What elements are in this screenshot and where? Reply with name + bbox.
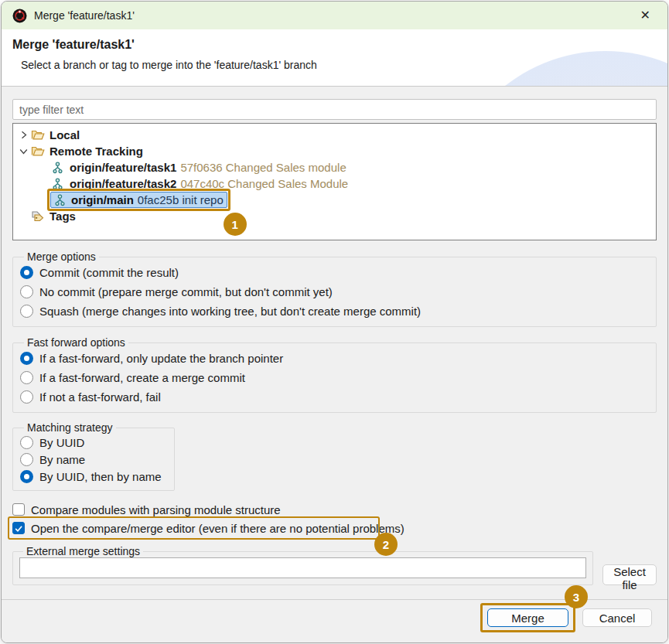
radio-ff-merge-commit[interactable]: If a fast-forward, create a merge commit <box>20 368 649 387</box>
radio-label: No commit (prepare merge commit, but don… <box>39 285 333 298</box>
radio-selected-icon[interactable] <box>20 352 33 365</box>
checkbox-unchecked-icon[interactable] <box>12 503 25 516</box>
branch-icon <box>50 178 65 190</box>
dialog-banner: Merge 'feature/task1' Select a branch or… <box>2 29 667 87</box>
fast-forward-options-group: Fast forward options If a fast-forward, … <box>12 336 657 413</box>
merge-options-group: Merge options Commit (commit the result)… <box>12 250 657 327</box>
checkbox-label: Open the compare/merge editor (even if t… <box>31 522 404 535</box>
external-merge-legend: External merge settings <box>23 545 143 557</box>
radio-label: By UUID, then by name <box>39 470 162 483</box>
radio-icon[interactable] <box>20 285 33 298</box>
matching-strategy-group: Matching strategy By UUID By name By UUI… <box>12 421 175 491</box>
chevron-down-icon[interactable] <box>17 148 30 155</box>
branch-name: origin/feature/task1 <box>70 161 176 174</box>
tree-row-branch-task2[interactable]: origin/feature/task2 047c40c Changed Sal… <box>13 175 656 192</box>
checkbox-open-compare-editor[interactable]: Open the compare/merge editor (even if t… <box>12 519 657 537</box>
annotation-badge-3: 3 <box>565 585 588 608</box>
tree-label: Remote Tracking <box>49 145 143 158</box>
checkbox-compare-modules[interactable]: Compare modules with parsing module stru… <box>12 500 657 519</box>
tree-label: Tags <box>49 210 76 223</box>
radio-commit[interactable]: Commit (commit the result) <box>20 263 649 282</box>
title-bar: Merge 'feature/task1' ✕ <box>2 2 667 29</box>
radio-icon[interactable] <box>20 453 33 466</box>
tree-row-tags[interactable]: Tags <box>13 208 656 224</box>
select-file-button[interactable]: Select file <box>602 564 657 585</box>
tree-row-branch-main[interactable]: origin/main 0fac25b init repo 1 <box>13 192 656 208</box>
window-title: Merge 'feature/task1' <box>34 9 634 22</box>
radio-label: Squash (merge changes into working tree,… <box>39 305 421 318</box>
radio-icon[interactable] <box>20 436 33 449</box>
radio-by-uuid-then-name[interactable]: By UUID, then by name <box>20 468 162 485</box>
folder-icon <box>30 145 45 157</box>
merge-options-legend: Merge options <box>24 250 99 263</box>
radio-label: By UUID <box>39 436 84 449</box>
radio-icon[interactable] <box>20 390 33 404</box>
radio-label: Commit (commit the result) <box>39 266 179 279</box>
branch-commit-info: 0fac25b init repo <box>138 193 224 206</box>
radio-selected-icon[interactable] <box>20 470 33 483</box>
merge-dialog: Merge 'feature/task1' ✕ Merge 'feature/t… <box>1 1 668 643</box>
radio-label: If not a fast-forward, fail <box>39 390 161 404</box>
radio-no-commit[interactable]: No commit (prepare merge commit, but don… <box>20 282 649 302</box>
selected-tree-item[interactable]: origin/main 0fac25b init repo 1 <box>50 192 227 208</box>
branch-icon <box>50 162 65 174</box>
radio-squash[interactable]: Squash (merge changes into working tree,… <box>20 302 649 321</box>
cancel-button[interactable]: Cancel <box>582 608 652 627</box>
radio-icon[interactable] <box>20 371 33 384</box>
radio-by-name[interactable]: By name <box>20 451 162 468</box>
tags-icon <box>30 210 45 222</box>
radio-selected-icon[interactable] <box>20 266 33 279</box>
checkbox-section: Compare modules with parsing module stru… <box>12 500 657 537</box>
tree-row-remote-tracking[interactable]: Remote Tracking <box>13 143 656 159</box>
chevron-right-icon[interactable] <box>17 131 30 139</box>
radio-ff-update-pointer[interactable]: If a fast-forward, only update the branc… <box>20 349 649 368</box>
tree-row-branch-task1[interactable]: origin/feature/task1 57f0636 Changed Sal… <box>13 159 656 175</box>
page-subtitle: Select a branch or tag to merge into the… <box>2 52 667 71</box>
radio-label: If a fast-forward, only update the branc… <box>39 352 283 365</box>
page-title: Merge 'feature/task1' <box>2 29 667 52</box>
merge-button[interactable]: Merge <box>487 608 568 627</box>
filter-input[interactable] <box>12 99 657 120</box>
close-icon[interactable]: ✕ <box>634 8 657 23</box>
dialog-content: Local Remote Tracking <box>2 87 667 585</box>
branch-commit-info: 047c40c Changed Sales Module <box>180 177 348 190</box>
button-bar: Merge 3 Cancel <box>2 599 667 642</box>
folder-icon <box>30 129 45 141</box>
radio-label: If a fast-forward, create a merge commit <box>39 371 245 384</box>
merge-button-wrapper: Merge 3 <box>487 608 568 627</box>
branch-tree: Local Remote Tracking <box>12 123 657 240</box>
radio-label: By name <box>39 453 85 466</box>
branch-icon <box>53 194 67 206</box>
radio-by-uuid[interactable]: By UUID <box>20 434 162 451</box>
radio-ff-fail[interactable]: If not a fast-forward, fail <box>20 387 649 407</box>
tree-row-local[interactable]: Local <box>13 127 656 143</box>
checkbox-label: Compare modules with parsing module stru… <box>31 503 281 516</box>
fast-forward-legend: Fast forward options <box>24 336 128 349</box>
external-merge-input[interactable] <box>19 557 586 578</box>
git-app-icon <box>12 9 27 23</box>
radio-icon[interactable] <box>20 305 33 318</box>
matching-strategy-legend: Matching strategy <box>24 421 116 434</box>
external-merge-group: External merge settings <box>12 545 593 585</box>
branch-name: origin/main <box>71 193 134 206</box>
tree-label: Local <box>49 128 80 141</box>
branch-name: origin/feature/task2 <box>70 177 176 190</box>
external-merge-row: External merge settings Select file <box>12 545 657 585</box>
checkbox-checked-icon[interactable] <box>12 522 25 534</box>
branch-commit-info: 57f0636 Changed Sales module <box>180 161 346 174</box>
